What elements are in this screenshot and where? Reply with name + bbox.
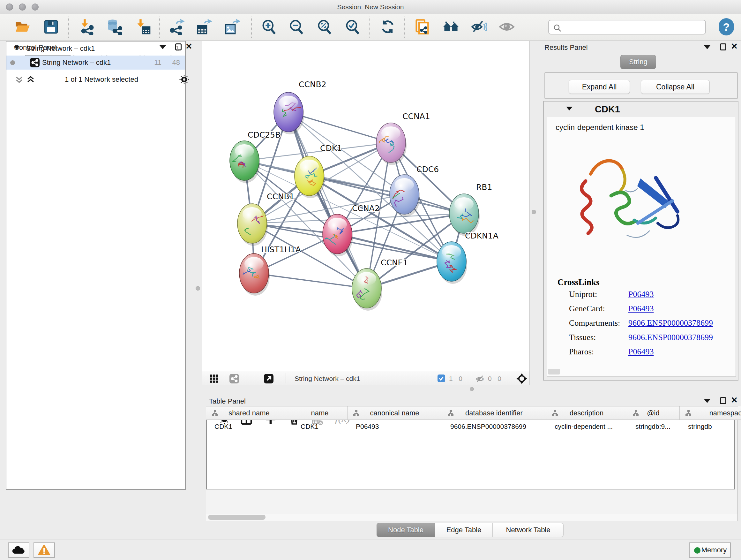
edge-CCNE1-HIST1H1A[interactable] [254, 273, 367, 288]
table-cell[interactable]: stringdb:9... [635, 420, 679, 433]
column-header-@id[interactable]: @id [627, 407, 680, 420]
zoom-fit-icon[interactable] [316, 18, 333, 35]
network-collection-row[interactable]: String Network – cdk1 1 [6, 42, 185, 56]
left-splitter-handle[interactable] [196, 286, 200, 291]
network-tree: String Network – cdk1 1 String Network –… [6, 41, 186, 490]
network-row-selected[interactable]: String Network – cdk1 11 48 [6, 56, 185, 70]
birdseye-view-icon[interactable] [210, 374, 219, 384]
zoom-out-icon[interactable] [288, 18, 305, 35]
panel-menu-icon[interactable] [704, 399, 711, 403]
node-label: CDC25B [248, 130, 280, 139]
column-header-database-identifier[interactable]: database identifier [442, 407, 546, 420]
column-header-canonical-name[interactable]: canonical name [347, 407, 442, 420]
show-graphics-details-icon[interactable] [498, 18, 515, 35]
zoom-in-icon[interactable] [260, 18, 277, 35]
tab-string-results[interactable]: String [620, 55, 656, 69]
tab-edge-table[interactable]: Edge Table [435, 523, 493, 537]
string-network-badge-icon[interactable] [229, 374, 239, 383]
network-options-gear-icon[interactable] [179, 74, 190, 86]
node-CCNB1[interactable]: CCNB1 [238, 192, 294, 246]
crosslink-pharos-link[interactable]: P06493 [628, 347, 654, 357]
import-network-file-icon[interactable] [79, 18, 95, 35]
expand-all-button[interactable]: Expand All [569, 80, 630, 94]
table-cell[interactable]: stringdb [688, 420, 735, 433]
horizontal-scrollbar-thumb[interactable] [548, 369, 560, 374]
collection-expander-icon[interactable] [14, 46, 20, 50]
node-CCNE1[interactable]: CCNE1 [352, 258, 408, 311]
node-CCNA1[interactable]: CCNA1 [376, 112, 430, 165]
table-cell[interactable]: cyclin-dependent ... [555, 420, 626, 433]
search-icon [553, 23, 562, 33]
hide-graphics-details-icon[interactable] [471, 18, 487, 35]
save-session-icon[interactable] [43, 18, 59, 35]
refresh-icon[interactable] [380, 18, 396, 35]
export-network-icon[interactable] [168, 18, 185, 35]
import-table-file-icon[interactable] [135, 18, 151, 35]
node-CDC6[interactable]: CDC6 [384, 165, 439, 217]
selected-checkbox-icon[interactable] [437, 374, 445, 382]
node-label: CDK1 [320, 144, 342, 153]
help-button[interactable]: ? [719, 18, 734, 36]
table-cell[interactable]: P06493 [356, 420, 441, 433]
column-header-name[interactable]: name [292, 407, 347, 420]
crosslink-uniprot-link[interactable]: P06493 [628, 290, 654, 299]
column-header-namespace[interactable]: namespace [680, 407, 735, 420]
open-session-icon[interactable] [14, 18, 30, 35]
network-canvas[interactable]: CCNB2CCNA1CDC25BCDK1CDC6RB1CCNB1CCNA2CDK… [202, 41, 530, 372]
crosslink-genecard-link[interactable]: P06493 [628, 304, 654, 314]
copy-network-icon[interactable] [414, 18, 431, 35]
export-image-icon[interactable] [223, 18, 240, 35]
node-label: CCNB1 [267, 192, 294, 201]
table-cell[interactable]: CDK1 [214, 420, 292, 433]
network-selection-status: 1 of 1 Network selected [41, 75, 162, 84]
window-title: Session: New Session [0, 3, 741, 11]
toolbar-separator [68, 17, 69, 38]
column-header-shared-name[interactable]: shared name [206, 407, 292, 420]
cloud-status-button[interactable] [8, 543, 29, 558]
node-RB1[interactable]: RB1 [449, 183, 492, 236]
protein-card-header[interactable]: CDK1 [544, 102, 738, 116]
crosslink-compartments-link[interactable]: 9606.ENSP00000378699 [628, 318, 713, 328]
protein-structure-image [560, 139, 688, 267]
crosslink-label: Compartments: [569, 318, 620, 328]
toolbar-separator [251, 17, 252, 38]
expand-all-networks-icon[interactable] [25, 75, 36, 85]
table-cell[interactable]: 9606.ENSP00000378699 [450, 420, 546, 433]
panel-menu-icon[interactable] [704, 45, 711, 49]
table-header-row: shared namenamecanonical namedatabase id… [206, 407, 735, 420]
panel-float-icon[interactable] [720, 397, 726, 404]
right-splitter-handle[interactable] [532, 210, 536, 214]
panel-close-icon[interactable]: ✕ [731, 396, 738, 403]
export-table-icon[interactable] [196, 18, 212, 35]
open-in-browser-icon[interactable] [264, 374, 273, 383]
crosslink-tissues-link[interactable]: 9606.ENSP00000378699 [628, 333, 713, 342]
fit-selected-crosshair-icon[interactable] [516, 373, 528, 386]
memory-button[interactable]: Memory [689, 543, 731, 558]
tab-network-table[interactable]: Network Table [493, 523, 563, 537]
network-node-count: 11 [154, 58, 161, 67]
panel-close-icon[interactable]: ✕ [185, 43, 192, 50]
bottom-splitter-handle[interactable] [470, 387, 474, 391]
panel-float-icon[interactable] [720, 44, 726, 51]
search-input[interactable] [548, 20, 706, 35]
node-CCNB2[interactable]: CCNB2 [274, 80, 327, 134]
warning-status-button[interactable] [33, 543, 55, 558]
crosslinks-title: CrossLinks [557, 277, 600, 287]
tab-node-table[interactable]: Node Table [377, 523, 435, 537]
import-network-database-icon[interactable] [106, 18, 122, 35]
panel-close-icon[interactable]: ✕ [731, 43, 738, 50]
table-panel-body: f(x) shared namenamecanonical namedataba… [206, 406, 738, 521]
memory-status-dot [694, 547, 700, 554]
node-CDC25B[interactable]: CDC25B [230, 130, 280, 183]
collapse-all-networks-icon[interactable] [14, 75, 24, 85]
node-HIST1H1A[interactable]: HIST1H1A [239, 245, 301, 296]
node-CDKN1A[interactable]: CDKN1A [437, 231, 498, 284]
warning-icon [38, 544, 51, 556]
home-icon[interactable] [443, 18, 459, 35]
collapse-all-button[interactable]: Collapse All [641, 80, 710, 94]
table-cell[interactable]: CDK1 [300, 420, 347, 433]
zoom-selected-icon[interactable] [344, 18, 360, 35]
column-header-description[interactable]: description [546, 407, 627, 420]
collapse-section-icon[interactable] [566, 107, 572, 111]
edge-CCNB2-CCNE1[interactable] [288, 112, 367, 288]
